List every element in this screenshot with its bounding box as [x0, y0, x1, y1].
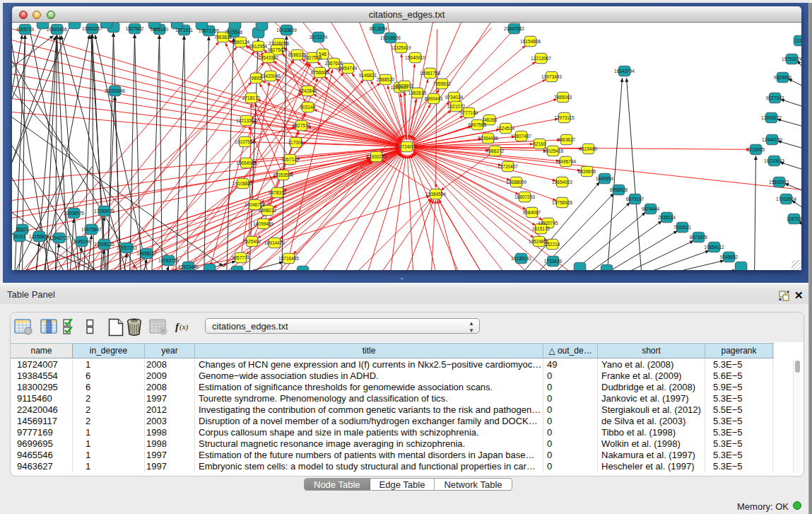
svg-text:19218506: 19218506 [380, 35, 401, 40]
svg-text:8813054: 8813054 [370, 26, 388, 31]
svg-text:9474444: 9474444 [642, 206, 660, 211]
svg-text:18807293: 18807293 [514, 194, 535, 199]
svg-text:16671355: 16671355 [199, 28, 219, 33]
svg-text:2935114: 2935114 [658, 215, 676, 220]
svg-text:8958928: 8958928 [610, 187, 628, 192]
svg-text:7515546: 7515546 [225, 30, 243, 35]
svg-text:18724007: 18724007 [396, 144, 417, 149]
svg-text:12093372: 12093372 [761, 115, 782, 120]
svg-text:7485063: 7485063 [554, 95, 572, 100]
svg-text:9878332: 9878332 [269, 190, 287, 195]
svg-text:10973493: 10973493 [541, 74, 562, 79]
svg-text:2367608: 2367608 [325, 61, 343, 66]
svg-text:1615172: 1615172 [532, 226, 551, 231]
svg-text:8454749: 8454749 [339, 66, 358, 71]
svg-text:16033809: 16033809 [276, 28, 297, 33]
svg-text:10688609: 10688609 [506, 180, 526, 185]
svg-text:6497568: 6497568 [469, 122, 487, 127]
svg-text:7632621: 7632621 [673, 225, 692, 230]
svg-text:15692971: 15692971 [769, 180, 789, 185]
svg-text:9827503: 9827503 [268, 47, 286, 52]
svg-text:17359938: 17359938 [94, 209, 114, 214]
svg-text:17957253: 17957253 [117, 245, 137, 250]
svg-text:10807487: 10807487 [511, 134, 531, 139]
svg-text:9242848: 9242848 [299, 88, 317, 93]
svg-text:12156829: 12156829 [29, 234, 49, 239]
svg-text:18495794: 18495794 [555, 159, 576, 164]
svg-text:14099489: 14099489 [253, 221, 273, 226]
svg-text:7663822: 7663822 [214, 35, 233, 40]
svg-text:20691406: 20691406 [47, 27, 67, 32]
svg-text:117006: 117006 [288, 140, 304, 145]
svg-text:20364436: 20364436 [478, 136, 498, 141]
svg-text:15720407: 15720407 [498, 164, 518, 169]
svg-text:20847682: 20847682 [504, 26, 524, 31]
svg-text:12505135: 12505135 [94, 242, 114, 247]
svg-text:12444150: 12444150 [762, 137, 782, 142]
svg-text:9734024: 9734024 [445, 95, 464, 100]
svg-text:16643794: 16643794 [614, 69, 635, 74]
svg-text:9146821: 9146821 [359, 73, 377, 78]
svg-text:6466160: 6466160 [151, 27, 169, 32]
svg-text:1624514: 1624514 [497, 126, 515, 131]
svg-text:2588520: 2588520 [377, 77, 395, 82]
svg-text:1621072: 1621072 [447, 104, 466, 109]
svg-text:62160: 62160 [533, 141, 546, 146]
svg-text:23420046: 23420046 [260, 74, 281, 78]
svg-text:10046708: 10046708 [245, 202, 265, 207]
svg-text:9777169: 9777169 [460, 110, 478, 115]
svg-text:546: 546 [319, 52, 326, 57]
svg-text:10025418: 10025418 [543, 148, 563, 153]
svg-text:8322013: 8322013 [396, 83, 414, 88]
svg-text:3215955: 3215955 [747, 147, 765, 152]
svg-text:9657774: 9657774 [232, 255, 250, 260]
svg-text:9827512: 9827512 [293, 123, 311, 128]
svg-text:1527602: 1527602 [126, 26, 144, 31]
svg-text:8471676: 8471676 [690, 235, 708, 240]
svg-text:10782759: 10782759 [158, 258, 179, 263]
svg-text:19654923: 19654923 [552, 180, 572, 185]
svg-text:10958117: 10958117 [136, 251, 157, 256]
svg-text:16961758: 16961758 [420, 71, 440, 76]
svg-text:9329966: 9329966 [774, 75, 792, 80]
svg-text:20206575: 20206575 [64, 211, 84, 216]
svg-text:16210643: 16210643 [764, 158, 784, 163]
svg-text:39151: 39151 [13, 234, 25, 239]
svg-text:16154808: 16154808 [520, 39, 541, 44]
svg-text:11325419: 11325419 [391, 45, 411, 50]
svg-text:19384554: 19384554 [425, 192, 446, 197]
svg-text:17016504: 17016504 [776, 197, 796, 201]
svg-text:7955812: 7955812 [433, 81, 452, 86]
svg-text:12942737: 12942737 [49, 235, 69, 240]
svg-text:8990443: 8990443 [425, 96, 443, 101]
svg-text:9893: 9893 [251, 76, 261, 81]
svg-text:1362615: 1362615 [408, 90, 427, 95]
svg-text:10107553: 10107553 [235, 139, 255, 144]
svg-text:6839695: 6839695 [578, 169, 596, 174]
svg-text:12923446: 12923446 [178, 264, 199, 269]
svg-text:8756685: 8756685 [311, 70, 329, 75]
svg-text:10654112: 10654112 [704, 245, 724, 250]
svg-text:7625402: 7625402 [243, 239, 261, 244]
svg-text:15751074: 15751074 [782, 57, 801, 62]
svg-text:803144: 803144 [300, 105, 316, 110]
svg-text:9084067: 9084067 [523, 210, 541, 215]
svg-text:15136141: 15136141 [511, 256, 531, 261]
svg-text:4055724: 4055724 [16, 27, 35, 32]
svg-text:9245652: 9245652 [720, 255, 739, 259]
svg-text:9115460: 9115460 [579, 146, 597, 151]
svg-text:1440954: 1440954 [596, 176, 614, 181]
svg-text:85001: 85001 [16, 227, 28, 232]
svg-text:12973115: 12973115 [554, 115, 575, 120]
svg-text:1145194: 1145194 [73, 239, 90, 244]
svg-text:3572274: 3572274 [310, 35, 328, 40]
svg-text:10853267: 10853267 [82, 26, 102, 31]
svg-text:8498222: 8498222 [259, 208, 277, 213]
svg-text:10543382: 10543382 [258, 55, 278, 60]
svg-text:9227343: 9227343 [766, 95, 784, 100]
svg-text:16914479: 16914479 [264, 240, 285, 245]
svg-text:19756928: 19756928 [552, 200, 572, 205]
svg-text:7986372: 7986372 [486, 148, 505, 153]
svg-text:10975887: 10975887 [81, 227, 102, 232]
svg-text:116753: 116753 [787, 216, 801, 221]
